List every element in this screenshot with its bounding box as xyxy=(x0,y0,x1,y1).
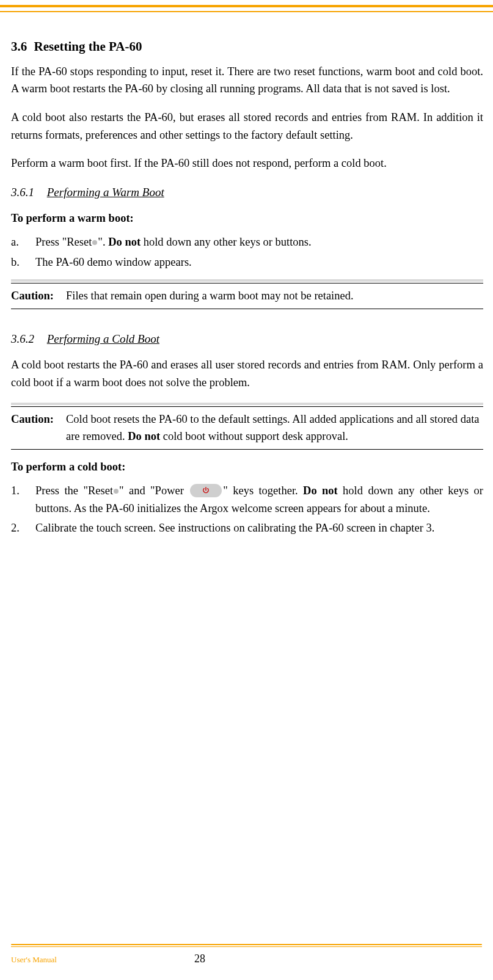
section-number: 3.6 xyxy=(11,37,27,57)
section-title: Resetting the PA-60 xyxy=(34,39,142,54)
list-item: 1. Press the "Reset" and "Power " keys t… xyxy=(11,482,483,517)
caution-text: Cold boot resets the PA-60 to the defaul… xyxy=(66,411,483,445)
caution-cold: Caution: Cold boot resets the PA-60 to t… xyxy=(11,403,483,450)
cold-list: 1. Press the "Reset" and "Power " keys t… xyxy=(11,482,483,537)
caution-row: Caution: Files that remain open during a… xyxy=(11,287,483,305)
caution-warm: Caution: Files that remain open during a… xyxy=(11,279,483,309)
text-fragment: ". xyxy=(98,236,108,248)
caution-row: Caution: Cold boot resets the PA-60 to t… xyxy=(11,411,483,445)
caution-label: Caution: xyxy=(11,411,66,445)
cold-lead: To perform a cold boot: xyxy=(11,458,483,476)
subsection-title-warm: Performing a Warm Boot xyxy=(47,186,164,199)
subsection-number-warm: 3.6.1 xyxy=(11,183,44,201)
divider xyxy=(11,403,483,405)
emphasis: Do not xyxy=(108,236,141,248)
text-fragment: Press the "Reset xyxy=(35,485,113,497)
page-footer: User's Manual 28 xyxy=(0,944,493,968)
page-content: 3.6 Resetting the PA-60 If the PA-60 sto… xyxy=(0,12,493,537)
footer-row: User's Manual 28 xyxy=(11,951,482,968)
emphasis: Do not xyxy=(128,430,160,442)
subsection-number-cold: 3.6.2 xyxy=(11,330,44,348)
list-text: The PA-60 demo window appears. xyxy=(35,254,483,271)
intro-paragraph-3: Perform a warm boot first. If the PA-60 … xyxy=(11,155,483,172)
text-fragment: Press "Reset xyxy=(35,236,92,248)
warm-list: a. Press "Reset". Do not hold down any o… xyxy=(11,233,483,271)
reset-dot-icon xyxy=(114,489,119,494)
list-marker: 2. xyxy=(11,519,35,537)
intro-paragraph-2: A cold boot also restarts the PA-60, but… xyxy=(11,109,483,144)
list-marker: a. xyxy=(11,233,35,251)
divider xyxy=(11,283,483,283)
footer-rule xyxy=(11,944,482,945)
list-item: a. Press "Reset". Do not hold down any o… xyxy=(11,233,483,251)
footer-rule xyxy=(11,946,482,947)
divider xyxy=(11,449,483,450)
text-fragment: " keys together. xyxy=(223,485,303,497)
header-rule xyxy=(0,5,493,12)
list-text: Calibrate the touch screen. See instruct… xyxy=(35,519,483,537)
list-marker: b. xyxy=(11,254,35,271)
text-fragment: hold down any other keys or buttons. xyxy=(141,236,312,248)
power-key-icon xyxy=(190,484,222,497)
subsection-title-cold: Performing a Cold Boot xyxy=(47,332,159,345)
caution-text: Files that remain open during a warm boo… xyxy=(66,287,483,305)
caution-label: Caution: xyxy=(11,287,66,305)
section-heading: 3.6 Resetting the PA-60 xyxy=(11,37,483,57)
divider xyxy=(11,309,483,309)
text-fragment: cold boot without support desk approval. xyxy=(160,430,348,442)
divider xyxy=(11,279,483,282)
subsection-heading-cold: 3.6.2 Performing a Cold Boot xyxy=(11,330,483,348)
page-number: 28 xyxy=(194,951,205,968)
list-item: b. The PA-60 demo window appears. xyxy=(11,254,483,271)
divider xyxy=(11,406,483,407)
reset-dot-icon xyxy=(92,240,97,245)
subsection-heading-warm: 3.6.1 Performing a Warm Boot xyxy=(11,183,483,201)
list-text: Press the "Reset" and "Power " keys toge… xyxy=(35,482,483,517)
list-item: 2. Calibrate the touch screen. See instr… xyxy=(11,519,483,537)
warm-lead: To perform a warm boot: xyxy=(11,210,483,227)
cold-intro: A cold boot restarts the PA-60 and erase… xyxy=(11,356,483,391)
emphasis: Do not xyxy=(303,485,338,497)
text-fragment: " and "Power xyxy=(119,485,189,497)
list-marker: 1. xyxy=(11,482,35,517)
list-text: Press "Reset". Do not hold down any othe… xyxy=(35,233,483,251)
footer-label: User's Manual xyxy=(11,954,194,966)
intro-paragraph-1: If the PA-60 stops responding to input, … xyxy=(11,63,483,98)
